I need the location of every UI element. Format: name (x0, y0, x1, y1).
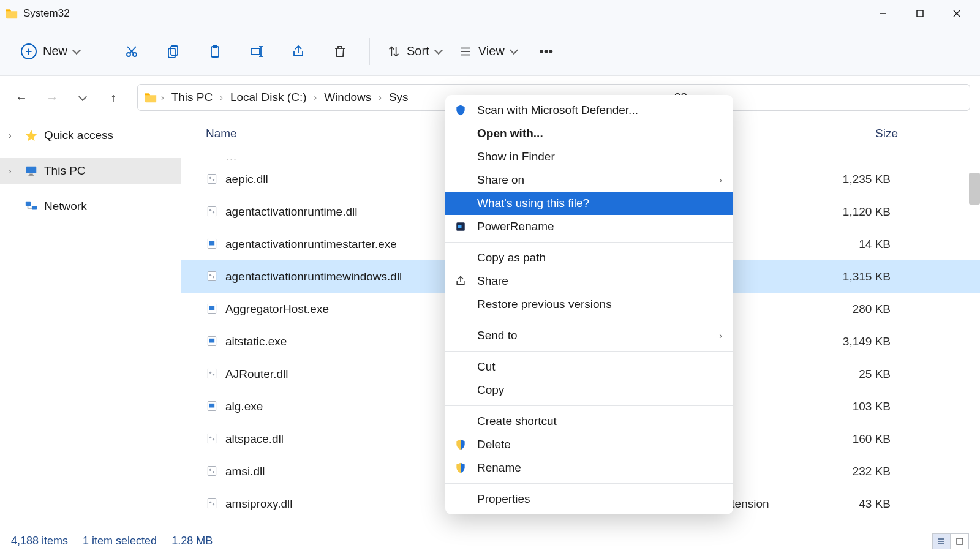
file-name: aepic.dll (225, 173, 268, 186)
svg-point-41 (213, 374, 214, 375)
menu-label: Share (477, 274, 508, 288)
svg-rect-32 (208, 271, 216, 280)
menu-item[interactable]: Create shortcut (445, 410, 733, 433)
menu-item[interactable]: Show in Finder (445, 145, 733, 168)
menu-separator (445, 320, 733, 320)
svg-rect-38 (209, 338, 214, 342)
view-button[interactable]: View (459, 44, 517, 58)
recent-locations-button[interactable] (71, 86, 94, 109)
file-name: AggregatorHost.exe (225, 303, 329, 316)
monitor-icon (24, 164, 38, 178)
minimize-button[interactable] (865, 0, 902, 27)
menu-item[interactable]: Rename (445, 456, 733, 480)
menu-separator (445, 405, 733, 406)
file-name: alg.exe (225, 400, 263, 413)
sidebar-label: This PC (44, 164, 86, 178)
menu-item[interactable]: Scan with Microsoft Defender... (445, 99, 733, 122)
svg-rect-27 (208, 206, 216, 216)
more-button[interactable]: ••• (534, 39, 559, 64)
menu-label: Copy as path (477, 251, 546, 265)
svg-rect-44 (208, 434, 216, 443)
menu-separator (445, 483, 733, 484)
menu-item[interactable]: Cut (445, 355, 733, 378)
sidebar: › Quick access › This PC › Network (0, 119, 181, 523)
menu-item[interactable]: Share on› (445, 168, 733, 192)
sidebar-label: Network (44, 200, 87, 213)
menu-item[interactable]: Properties (445, 487, 733, 511)
svg-rect-58 (458, 225, 462, 228)
menu-item[interactable]: Open with... (445, 122, 733, 145)
thumbnails-view-button[interactable] (951, 533, 969, 549)
sidebar-item-this-pc[interactable]: › This PC (0, 158, 181, 184)
svg-rect-43 (209, 403, 214, 407)
cut-button[interactable] (119, 39, 144, 64)
forward-button[interactable]: → (40, 86, 64, 109)
status-bar: 4,188 items 1 item selected 1.28 MB (0, 529, 980, 553)
file-name: altspace.dll (225, 432, 284, 446)
sidebar-item-quick-access[interactable]: › Quick access (0, 122, 181, 148)
copy-button[interactable] (161, 39, 186, 64)
status-selection: 1 item selected (83, 535, 157, 547)
folder-icon (144, 91, 157, 104)
breadcrumb-item[interactable]: Sys (385, 88, 412, 107)
view-toggle (932, 533, 969, 549)
back-button[interactable]: ← (10, 86, 33, 109)
sort-button[interactable]: Sort (387, 44, 442, 58)
chevron-down-icon (74, 44, 80, 58)
sidebar-item-network[interactable]: › Network (0, 194, 181, 219)
status-count: 4,188 items (11, 535, 68, 547)
svg-rect-56 (957, 538, 963, 544)
column-size[interactable]: Size (812, 127, 898, 140)
file-size: 232 KB (812, 465, 898, 478)
dll-icon (206, 173, 219, 186)
file-name: agentactivationruntime.dll (225, 205, 357, 219)
shield-blue-icon (454, 103, 467, 117)
status-size: 1.28 MB (172, 535, 213, 547)
menu-label: Share on (477, 173, 524, 187)
details-view-button[interactable] (932, 533, 951, 549)
context-menu: Scan with Microsoft Defender...Open with… (445, 95, 733, 514)
file-size: 1,235 KB (812, 173, 898, 186)
menu-item[interactable]: Copy (445, 378, 733, 402)
breadcrumb-item[interactable]: This PC (168, 88, 217, 107)
menu-item[interactable]: Send to› (445, 324, 733, 347)
dll-icon (206, 465, 219, 478)
svg-point-52 (213, 503, 214, 505)
menu-label: Send to (477, 329, 518, 342)
dll-icon (206, 367, 219, 381)
menu-label: Delete (477, 438, 511, 451)
breadcrumb-item[interactable]: Local Disk (C:) (227, 88, 311, 107)
paste-button[interactable] (203, 39, 227, 64)
breadcrumb-item[interactable]: Windows (320, 88, 375, 107)
menu-item[interactable]: Share (445, 269, 733, 293)
file-size: 25 KB (812, 367, 898, 381)
new-button[interactable]: + New (16, 40, 85, 63)
close-button[interactable] (938, 0, 975, 27)
chevron-down-icon (511, 44, 517, 58)
view-icon (459, 45, 472, 58)
menu-item[interactable]: Restore previous versions (445, 293, 733, 316)
file-size: 103 KB (812, 400, 898, 413)
menu-label: Rename (477, 461, 521, 475)
share-button[interactable] (286, 39, 311, 64)
up-button[interactable]: ↑ (102, 86, 125, 109)
menu-label: PowerRename (477, 220, 554, 233)
menu-item[interactable]: Copy as path (445, 246, 733, 269)
menu-item[interactable]: What's using this file? (445, 192, 733, 215)
file-size: 1,315 KB (812, 270, 898, 284)
chevron-right-icon: › (161, 92, 164, 102)
maximize-button[interactable] (902, 0, 938, 27)
window-title: System32 (23, 7, 70, 20)
menu-separator (445, 242, 733, 243)
delete-button[interactable] (328, 39, 352, 64)
menu-item[interactable]: PowerRename (445, 215, 733, 238)
shield-uac-icon (454, 438, 467, 451)
rename-button[interactable] (244, 39, 269, 64)
separator (369, 38, 370, 65)
scrollbar-thumb[interactable] (969, 173, 980, 205)
file-size: 43 KB (812, 497, 898, 511)
menu-item[interactable]: Delete (445, 433, 733, 456)
svg-rect-8 (171, 46, 178, 55)
menu-separator (445, 351, 733, 352)
chevron-right-icon: › (9, 130, 18, 140)
